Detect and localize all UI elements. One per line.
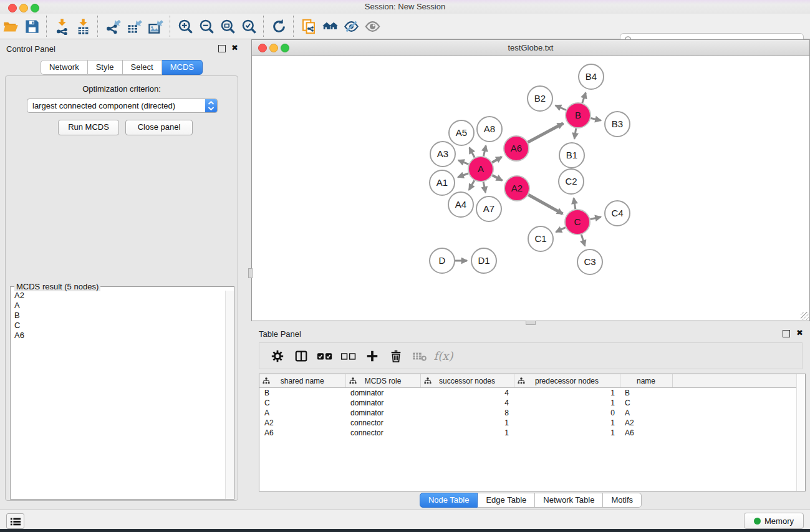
graph-node-C2[interactable]: C2	[559, 169, 584, 194]
tab-network[interactable]: Network	[41, 60, 88, 75]
graph-node-A3[interactable]: A3	[430, 142, 455, 167]
table-row[interactable]: A2connector11A2	[259, 418, 805, 428]
table-cell[interactable]: 1	[514, 398, 620, 408]
export-image-icon[interactable]	[145, 16, 166, 36]
zoom-fit-icon[interactable]	[217, 16, 238, 36]
import-table-icon[interactable]	[72, 16, 94, 36]
table-cell[interactable]: A2	[620, 418, 672, 428]
table-cell[interactable]: connector	[345, 418, 420, 428]
graph-node-C3[interactable]: C3	[577, 249, 602, 274]
open-session-icon[interactable]	[0, 16, 21, 36]
save-session-icon[interactable]	[21, 16, 42, 36]
column-header-mcds-role[interactable]: MCDS role	[345, 374, 420, 388]
zoom-out-icon[interactable]	[196, 16, 217, 36]
refresh-icon[interactable]	[268, 16, 289, 36]
table-row[interactable]: Cdominator41C	[259, 398, 805, 408]
home-panels-icon[interactable]	[319, 16, 340, 36]
graph-edge-B-B1[interactable]	[574, 128, 576, 139]
graph-edge-B-B2[interactable]	[556, 105, 566, 110]
delete-table-icon[interactable]	[408, 346, 432, 367]
table-cell[interactable]: 1	[514, 388, 620, 399]
table-cell[interactable]: 1	[420, 418, 514, 428]
graph-node-A1[interactable]: A1	[430, 170, 455, 195]
graph-node-A8[interactable]: A8	[477, 117, 502, 142]
close-panel-button[interactable]: Close panel	[125, 120, 193, 135]
deselect-all-checkbox-icon[interactable]	[337, 346, 360, 367]
zoom-in-icon[interactable]	[175, 16, 196, 36]
column-header-predecessor-nodes[interactable]: predecessor nodes	[514, 374, 620, 388]
table-cell[interactable]: A	[620, 408, 672, 418]
graph-edge-A6-B[interactable]	[528, 123, 564, 142]
column-header-name[interactable]: name	[620, 374, 672, 388]
table-cell[interactable]: 1	[420, 428, 514, 438]
table-cell[interactable]: A6	[259, 428, 345, 438]
result-list-item[interactable]: A6	[11, 331, 226, 341]
graph-node-B4[interactable]: B4	[579, 64, 604, 89]
function-builder-icon[interactable]: f(x)	[432, 346, 455, 367]
settings-gear-icon[interactable]	[266, 346, 289, 367]
memory-button[interactable]: Memory	[744, 513, 804, 529]
splitter-handle[interactable]	[248, 268, 253, 278]
table-cell[interactable]: A6	[620, 428, 672, 438]
export-table-icon[interactable]	[123, 16, 145, 36]
result-list-item[interactable]: A	[11, 301, 226, 311]
table-cell[interactable]: dominator	[345, 408, 420, 418]
panel-selector-button[interactable]	[6, 513, 24, 529]
tab-edge-table[interactable]: Edge Table	[478, 493, 535, 508]
result-list-scrollbar[interactable]	[225, 291, 234, 499]
run-mcds-button[interactable]: Run MCDS	[58, 120, 119, 135]
float-panel-icon[interactable]	[783, 330, 790, 337]
graph-edge-A-A6[interactable]	[492, 157, 501, 163]
graph-edge-A-A5[interactable]	[470, 148, 475, 158]
tab-select[interactable]: Select	[123, 60, 162, 75]
hide-details-icon[interactable]	[340, 16, 362, 36]
graph-node-D[interactable]: D	[430, 248, 455, 273]
export-network-icon[interactable]	[102, 16, 123, 36]
graph-edge-C-C3[interactable]	[581, 235, 585, 246]
import-network-icon[interactable]	[51, 16, 72, 36]
result-list-item[interactable]: B	[11, 311, 226, 321]
graph-edge-A2-C[interactable]	[528, 195, 562, 214]
graph-node-A6[interactable]: A6	[504, 136, 529, 161]
graph-edge-C-C1[interactable]	[556, 228, 566, 232]
table-cell[interactable]: 1	[514, 428, 620, 438]
float-panel-icon[interactable]	[218, 45, 226, 52]
table-cell[interactable]: 1	[514, 418, 620, 428]
graph-edge-A-A8[interactable]	[483, 145, 486, 156]
graph-edge-C-C4[interactable]	[591, 217, 601, 220]
result-list-item[interactable]: A2	[11, 291, 226, 301]
zoom-selected-icon[interactable]	[238, 16, 259, 36]
graph-node-A5[interactable]: A5	[449, 120, 474, 145]
show-details-icon[interactable]	[362, 16, 383, 36]
table-row[interactable]: Adominator80A	[259, 408, 805, 418]
table-cell[interactable]: B	[259, 388, 345, 399]
table-cell[interactable]: connector	[345, 428, 420, 438]
tab-node-table[interactable]: Node Table	[420, 493, 478, 508]
table-cell[interactable]: A	[259, 408, 345, 418]
close-panel-icon[interactable]: ✖	[231, 44, 238, 52]
table-cell[interactable]: C	[620, 398, 672, 408]
table-cell[interactable]: 4	[420, 388, 514, 399]
tab-mcds[interactable]: MCDS	[162, 60, 203, 75]
graph-edge-A-A7[interactable]	[483, 182, 485, 193]
table-cell[interactable]: dominator	[345, 388, 420, 399]
graph-node-B[interactable]: B	[566, 103, 591, 128]
table-row[interactable]: A6connector11A6	[259, 428, 805, 438]
graph-edge-B-B4[interactable]	[582, 93, 586, 104]
graph-edge-A-A2[interactable]	[493, 175, 503, 180]
table-scrollbar[interactable]	[796, 374, 805, 491]
table-row[interactable]: Bdominator41B	[259, 388, 805, 399]
optimization-criterion-dropdown[interactable]: largest connected component (directed)	[27, 99, 218, 113]
duplicate-network-icon[interactable]	[298, 16, 319, 36]
table-cell[interactable]: A2	[259, 418, 345, 428]
graph-edge-C-C2[interactable]	[574, 198, 576, 210]
table-cell[interactable]: 8	[420, 408, 514, 418]
column-header-shared-name[interactable]: shared name	[259, 374, 345, 388]
delete-column-icon[interactable]	[384, 346, 408, 367]
table-cell[interactable]: 0	[514, 408, 620, 418]
table-cell[interactable]: dominator	[345, 398, 420, 408]
network-canvas[interactable]: AA1A2A3A4A5A6A7A8BB1B2B3B4CC1C2C3C4DD1	[252, 56, 808, 319]
column-header-successor-nodes[interactable]: successor nodes	[420, 374, 514, 388]
graph-node-B3[interactable]: B3	[605, 112, 630, 137]
window-resize-grip[interactable]	[801, 312, 809, 320]
